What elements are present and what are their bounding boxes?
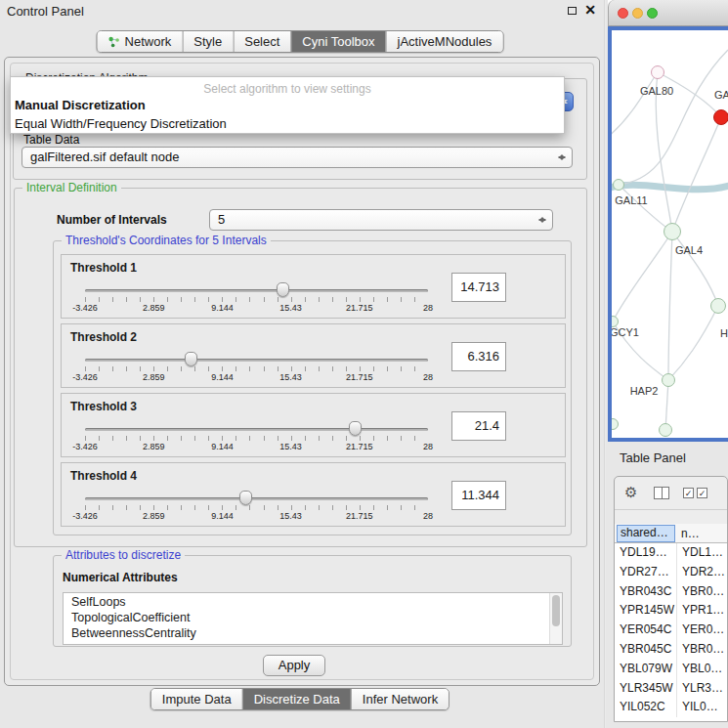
table-cell[interactable]: YLR345W: [615, 679, 676, 699]
table-data-combo[interactable]: galFiltered.sif default node: [21, 147, 573, 168]
table-row[interactable]: YDR27…YDR2…: [615, 563, 727, 582]
table-row[interactable]: YDL19…YDL1…: [615, 543, 727, 563]
table-cell[interactable]: YDR2…: [676, 563, 727, 582]
attributes-listbox: SelfLoopsTopologicalCoefficientBetweenne…: [63, 592, 563, 645]
table-cell[interactable]: YPR145W: [615, 601, 676, 621]
tab-network[interactable]: Network: [98, 31, 183, 52]
table-row[interactable]: YBR043CYBR0…: [615, 582, 727, 602]
column-header-shared-name[interactable]: shared…: [617, 525, 675, 542]
network-node[interactable]: [664, 223, 681, 240]
table-cell[interactable]: YPR1…: [676, 601, 727, 621]
threshold-label: Threshold 2: [70, 330, 137, 344]
slider-track[interactable]: [85, 289, 428, 292]
gear-icon[interactable]: ⚙: [624, 484, 637, 501]
algorithm-placeholder: Select algorithm to view settings: [11, 77, 564, 96]
table-cell[interactable]: YBL079W: [615, 660, 676, 679]
table-row[interactable]: YPR145WYPR1…: [615, 601, 727, 621]
tab-cyni-toolbox[interactable]: Cyni Toolbox: [290, 31, 385, 52]
slider-thumb[interactable]: [239, 491, 252, 505]
threshold-value-field[interactable]: 14.713: [451, 273, 506, 302]
threshold-value-field[interactable]: 6.316: [451, 342, 506, 371]
slider-track[interactable]: [85, 428, 428, 431]
threshold-slider[interactable]: -3.426 2.859 9.144 15.43 21.715 28: [85, 491, 428, 524]
network-node[interactable]: [713, 109, 728, 125]
network-node[interactable]: [659, 423, 672, 437]
table-row[interactable]: YIL052CYIL0…: [615, 698, 727, 717]
table-cell[interactable]: YDL1…: [676, 543, 727, 563]
bottom-tab-impute-data[interactable]: Impute Data: [151, 689, 242, 709]
network-node[interactable]: [613, 179, 624, 191]
table-cell[interactable]: YBR0…: [676, 640, 727, 660]
table-cell[interactable]: YBR045C: [615, 640, 676, 660]
table-row[interactable]: YLR345WYLR3…: [615, 679, 727, 699]
attribute-item[interactable]: BetweennessCentrality: [64, 625, 548, 641]
threshold-value-field[interactable]: 21.4: [451, 411, 506, 441]
network-node[interactable]: [651, 65, 664, 79]
threshold-slider[interactable]: -3.426 2.859 9.144 15.43 21.715 28: [85, 421, 428, 454]
table-cell[interactable]: YDR27…: [615, 563, 676, 582]
table-data-value: galFiltered.sif default node: [30, 150, 179, 164]
algorithm-options: Manual DiscretizationEqual Width/Frequen…: [11, 96, 564, 133]
select-none-checkbox-icon[interactable]: ✓: [697, 488, 707, 498]
slider-track[interactable]: [85, 359, 428, 362]
table-cell[interactable]: YER054C: [615, 621, 676, 640]
table-rows: YDL19…YDL1…YDR27…YDR2…YBR043CYBR0…YPR145…: [615, 543, 727, 721]
apply-button[interactable]: Apply: [263, 655, 325, 676]
table-row[interactable]: YBR045CYBR0…: [615, 640, 727, 660]
slider-ticks: [85, 297, 428, 302]
network-titlebar[interactable]: [608, 0, 728, 26]
table-header-row: shared… n…: [615, 524, 727, 543]
tick-label: -3.426: [72, 303, 98, 313]
bottom-tab-discretize-data[interactable]: Discretize Data: [242, 689, 351, 709]
bottom-tab-infer-network[interactable]: Infer Network: [351, 689, 449, 709]
close-icon[interactable]: ✕: [584, 2, 596, 18]
tab-select[interactable]: Select: [233, 31, 290, 52]
zoom-traffic-light-icon[interactable]: [647, 8, 658, 19]
tab-jactivemnodules[interactable]: jActiveMNodules: [386, 31, 503, 52]
threshold-panel: Threshold 3 -3.426 2.859 9.144 15.43 21.…: [61, 393, 566, 457]
tab-label: Impute Data: [162, 692, 232, 707]
table-cell[interactable]: YER0…: [676, 621, 727, 640]
network-node[interactable]: [710, 298, 726, 314]
slider-track[interactable]: [85, 497, 428, 500]
slider-thumb[interactable]: [185, 352, 197, 366]
slider-ticks: [85, 436, 428, 441]
panel-divider[interactable]: [604, 0, 606, 728]
network-node-label: GAL4: [675, 244, 703, 256]
network-canvas[interactable]: GAL80GAGAL11GAL4GCY1HHAP2: [612, 30, 728, 438]
attribute-item[interactable]: SelfLoops: [64, 594, 548, 610]
column-header-name[interactable]: n…: [681, 525, 700, 542]
scrollbar-thumb[interactable]: [552, 595, 560, 626]
table-cell[interactable]: YLR3…: [676, 679, 727, 699]
slider-thumb[interactable]: [277, 282, 289, 297]
threshold-label: Threshold 4: [70, 469, 137, 483]
num-intervals-combo[interactable]: 5: [209, 209, 553, 231]
table-cell[interactable]: YBL0…: [676, 660, 727, 679]
table-cell[interactable]: YIL0…: [676, 698, 727, 717]
threshold-slider[interactable]: -3.426 2.859 9.144 15.43 21.715 28: [85, 282, 428, 316]
minimize-traffic-light-icon[interactable]: [632, 8, 643, 19]
attribute-item[interactable]: TopologicalCoefficient: [64, 610, 548, 625]
list-scrollbar[interactable]: [549, 593, 562, 644]
slider-thumb[interactable]: [349, 421, 362, 436]
tick-label: 15.43: [279, 372, 302, 382]
algorithm-option[interactable]: Equal Width/Frequency Discretization: [11, 114, 564, 133]
float-window-icon[interactable]: [568, 7, 577, 15]
table-cell[interactable]: YIL052C: [615, 698, 676, 717]
table-cell[interactable]: YBR0…: [676, 582, 727, 602]
algorithm-dropdown: Select algorithm to view settings Manual…: [10, 76, 565, 134]
threshold-label: Threshold 3: [70, 400, 137, 413]
table-cell[interactable]: YDL19…: [615, 543, 676, 563]
table-panel-window: ⚙ ✓ ✓ shared… n… YDL19…YDL1…YDR27…YDR2…Y…: [614, 476, 728, 722]
threshold-slider[interactable]: -3.426 2.859 9.144 15.43 21.715 28: [85, 352, 428, 385]
table-row[interactable]: YER054CYER0…: [615, 621, 727, 640]
columns-icon[interactable]: [654, 487, 669, 499]
algorithm-option[interactable]: Manual Discretization: [11, 96, 564, 114]
table-cell[interactable]: YBR043C: [615, 582, 676, 602]
table-row[interactable]: YBL079WYBL0…: [615, 660, 727, 679]
tab-style[interactable]: Style: [182, 31, 233, 52]
close-traffic-light-icon[interactable]: [618, 8, 628, 19]
select-all-checkbox-icon[interactable]: ✓: [683, 488, 694, 498]
network-node[interactable]: [662, 373, 675, 387]
threshold-value-field[interactable]: 11.344: [451, 481, 506, 510]
